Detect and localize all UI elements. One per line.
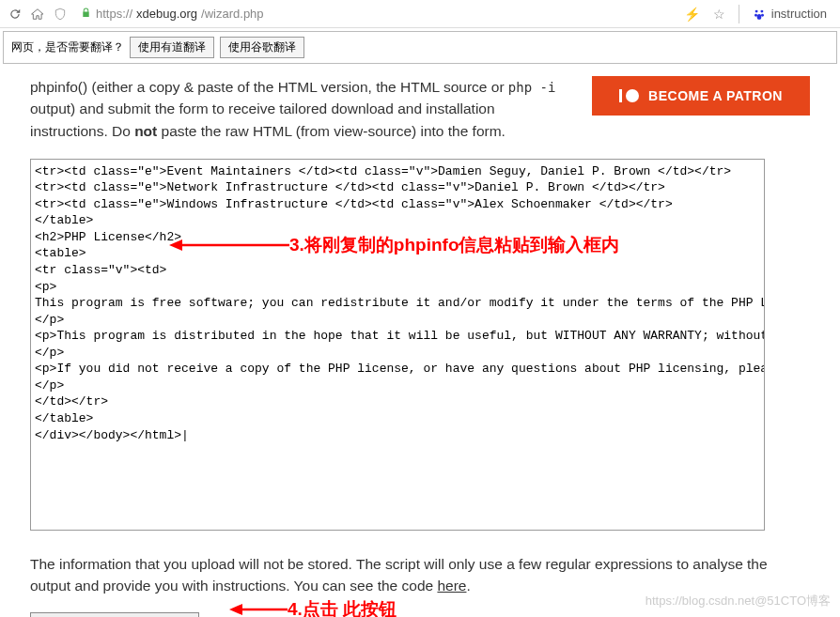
search-hint-text: instruction <box>771 7 827 21</box>
translate-bar: 网页，是否需要翻译？ 使用有道翻译 使用谷歌翻译 <box>3 31 837 64</box>
url-path: /wizard.php <box>201 7 263 21</box>
code-snippet: php -i <box>508 80 556 95</box>
flash-icon[interactable]: ⚡ <box>684 7 700 22</box>
svg-point-4 <box>756 14 761 20</box>
svg-point-2 <box>754 13 757 16</box>
become-patron-button[interactable]: BECOME A PATRON <box>592 76 810 116</box>
here-link[interactable]: here <box>437 578 466 594</box>
patron-label: BECOME A PATRON <box>648 86 783 106</box>
intro-paragraph: phpinfo() (either a copy & paste of the … <box>30 76 564 142</box>
bold-not: not <box>134 123 157 139</box>
analyse-button[interactable]: Analyse my phpinfo() output <box>30 612 199 618</box>
url-protocol: https:// <box>96 7 132 21</box>
lock-icon <box>81 7 92 22</box>
home-icon[interactable] <box>30 7 45 22</box>
svg-point-0 <box>754 9 757 12</box>
patreon-circle-icon <box>626 89 639 102</box>
svg-point-3 <box>761 13 764 16</box>
bookmark-star-icon[interactable]: ☆ <box>713 7 725 22</box>
info-paragraph: The information that you upload will not… <box>30 553 810 597</box>
svg-point-1 <box>760 9 763 12</box>
browser-address-bar: https://xdebug.org/wizard.php ⚡ ☆ instru… <box>0 0 840 28</box>
url-display[interactable]: https://xdebug.org/wizard.php <box>75 5 270 23</box>
search-box[interactable]: instruction <box>753 7 827 21</box>
shield-icon[interactable] <box>53 7 68 22</box>
phpinfo-textarea[interactable] <box>30 159 765 531</box>
patreon-bar-icon <box>619 89 622 102</box>
google-translate-button[interactable]: 使用谷歌翻译 <box>220 37 304 58</box>
youdao-translate-button[interactable]: 使用有道翻译 <box>130 37 214 58</box>
url-host: xdebug.org <box>136 7 197 21</box>
translate-prompt: 网页，是否需要翻译？ <box>11 39 124 55</box>
divider <box>739 5 739 23</box>
refresh-icon[interactable] <box>8 7 23 22</box>
baidu-paw-icon <box>753 8 766 21</box>
